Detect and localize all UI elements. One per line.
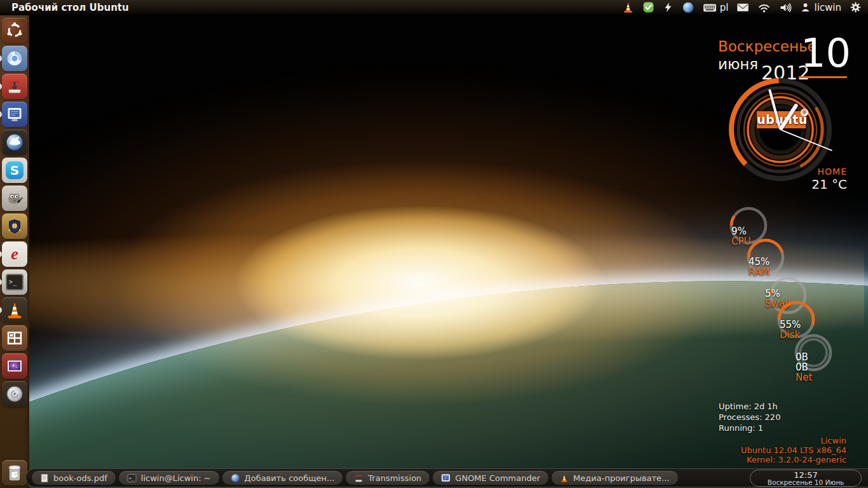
task-window-transmission[interactable]: Transmission [345,470,430,485]
top-panel: Рабочий стол Ubuntu pl [0,0,868,15]
launcher-item-vlc[interactable] [0,297,29,323]
launcher-item-dash[interactable] [0,18,29,43]
wallpaper-icon [6,357,24,375]
chromium-browser-icon [6,50,24,67]
launcher-item-wolf-browser[interactable] [0,130,29,155]
user-session-icon[interactable]: licwin [800,0,841,15]
shield-antivirus-icon [6,217,24,235]
launcher-item-skype[interactable]: S [0,158,29,183]
launcher-item-workspaces[interactable] [0,325,29,351]
transmission-icon [6,78,24,95]
terminal-icon: >_ [6,274,24,290]
active-window-title: Рабочий стол Ubuntu [0,2,129,13]
task-window-pdf[interactable]: book-ods.pdf [31,470,116,485]
desktop[interactable]: Рабочий стол Ubuntu pl [0,0,868,488]
keyboard-layout-icon[interactable]: pl [703,0,729,15]
taskbar: book-ods.pdf >_ licwin@Licwin: ~ Добавит… [25,468,868,487]
vlc-icon [560,473,569,483]
wallpaper [0,0,868,488]
browser-globe-icon[interactable] [682,0,695,15]
keyboard-layout-label: pl [720,2,729,13]
vlc-icon [5,301,24,320]
launcher-item-hard-disk[interactable] [0,381,29,407]
launcher-item-shield[interactable] [0,214,29,239]
document-icon [40,473,49,483]
ubuntu-dash-icon [6,22,24,39]
sun-glow [0,41,864,488]
user-session-label: licwin [814,2,841,13]
task-window-commander[interactable]: GNOME Commander [432,470,549,485]
svg-text:>_: >_ [129,476,134,481]
launcher-item-chromium[interactable] [0,46,29,71]
launcher: S e >_ [0,15,29,488]
launcher-item-gimp[interactable] [0,186,29,211]
task-window-messages[interactable]: Добавить сообщен... [222,470,344,485]
trash-icon [6,463,24,482]
gear-icon[interactable] [850,0,862,15]
workspace-switcher-icon [6,329,24,347]
gnome-commander-icon [6,105,24,123]
taskbar-clock[interactable]: 12:57 Воскресенье 10 Июнь [750,470,862,487]
launcher-item-ebook[interactable]: e [0,241,29,267]
vlc-tray-icon[interactable] [622,0,634,15]
power-bolt-icon[interactable] [663,0,674,15]
hard-disk-icon [5,384,24,403]
terminal-icon: >_ [127,473,137,483]
wifi-icon[interactable] [757,0,771,15]
file-manager-icon [441,473,451,483]
mail-icon[interactable] [736,0,749,15]
download-icon [354,473,363,483]
taskbar-date: Воскресенье 10 Июнь [750,479,861,486]
wolf-browser-icon [5,133,24,152]
system-tray: pl licwin [622,0,868,15]
launcher-item-trash[interactable] [0,460,29,485]
skype-icon: S [6,161,24,179]
ebook-reader-icon: e [11,246,18,262]
gimp-icon [6,189,24,207]
globe-icon [231,473,240,483]
launcher-item-transmission[interactable] [0,74,29,99]
shield-check-icon[interactable] [642,0,654,15]
launcher-item-gnome-commander[interactable] [0,102,29,127]
launcher-item-terminal[interactable]: >_ [0,269,29,295]
launcher-item-wallpaper[interactable] [0,353,29,379]
task-window-terminal[interactable]: >_ licwin@Licwin: ~ [118,470,220,485]
task-window-media-player[interactable]: Медиа-проигрывате... [551,470,678,485]
volume-icon[interactable] [779,0,792,15]
taskbar-time: 12:57 [750,471,861,479]
